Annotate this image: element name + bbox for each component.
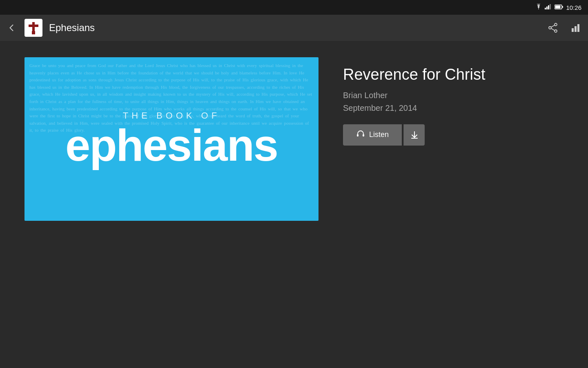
status-time: 10:26 xyxy=(566,4,581,11)
main-content: Grace be unto you and peace from God our… xyxy=(0,41,588,237)
svg-rect-9 xyxy=(32,31,35,34)
listen-label: Listen xyxy=(369,130,389,139)
svg-rect-2 xyxy=(548,5,549,9)
svg-rect-8 xyxy=(29,25,38,27)
svg-rect-15 xyxy=(572,28,574,32)
sermon-author: Brian Lother xyxy=(343,91,485,100)
svg-point-11 xyxy=(549,27,551,29)
svg-rect-16 xyxy=(575,26,577,32)
svg-rect-19 xyxy=(363,134,364,137)
svg-rect-3 xyxy=(550,4,551,9)
app-bar-title: Ephesians xyxy=(47,22,539,34)
status-icons: 10:26 xyxy=(535,4,581,11)
right-panel: Reverence for Christ Brian Lother Septem… xyxy=(343,57,485,146)
svg-rect-1 xyxy=(546,7,548,9)
download-icon xyxy=(410,130,419,139)
book-title-large: ephesians xyxy=(65,123,278,168)
listen-button[interactable]: Listen xyxy=(343,124,402,146)
sermon-date: September 21, 2014 xyxy=(343,103,485,113)
svg-rect-0 xyxy=(545,8,546,9)
signal-icon xyxy=(545,4,552,11)
svg-rect-18 xyxy=(357,134,359,137)
svg-rect-17 xyxy=(577,24,579,32)
wifi-icon xyxy=(535,4,542,11)
sermon-title: Reverence for Christ xyxy=(343,65,485,84)
svg-rect-5 xyxy=(555,6,561,9)
svg-point-10 xyxy=(555,23,557,26)
svg-rect-6 xyxy=(562,6,564,8)
svg-rect-20 xyxy=(411,138,418,139)
status-bar: 10:26 xyxy=(0,0,588,15)
app-icon xyxy=(24,19,42,37)
back-button[interactable] xyxy=(3,20,20,36)
svg-point-12 xyxy=(555,30,557,32)
battery-icon xyxy=(555,4,564,11)
app-bar: Ephesians xyxy=(0,15,588,41)
headphone-icon xyxy=(356,129,365,140)
book-cover: Grace be unto you and peace from God our… xyxy=(24,57,318,221)
svg-line-14 xyxy=(551,29,555,31)
download-button[interactable] xyxy=(403,124,425,146)
book-cover-content: THE BOOK OF ephesians xyxy=(24,57,318,221)
stats-button[interactable] xyxy=(567,19,585,37)
share-button[interactable] xyxy=(544,19,562,37)
action-row: Listen xyxy=(343,124,485,146)
svg-line-13 xyxy=(551,25,555,27)
